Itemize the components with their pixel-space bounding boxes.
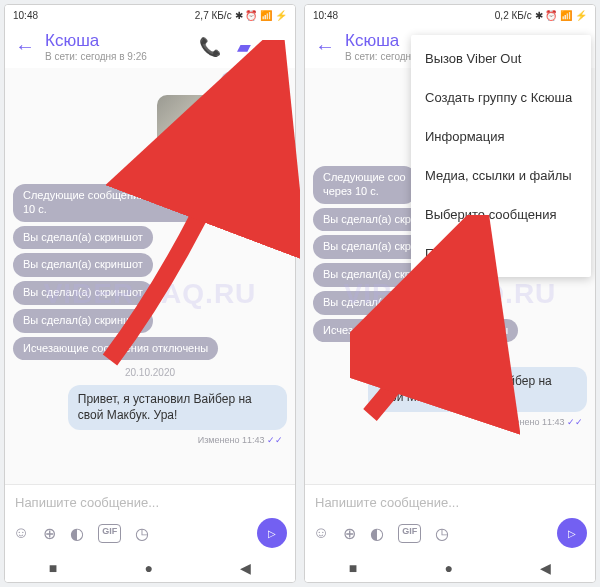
video-icon[interactable]: ▰ [237,36,251,58]
date-chip: 19.10.2020 [221,72,287,89]
status-icons: ✱ ⏰ 📶 ⚡ [235,10,287,21]
message-meta: Изменено 11:43 ✓✓ [498,417,583,427]
outgoing-message[interactable]: Привет, я установил Вайбер на свой Макбу… [368,367,587,412]
status-bar: 10:48 0,2 КБ/с ✱ ⏰ 📶 ⚡ [305,5,595,25]
sticker-icon[interactable]: ☺ [313,524,329,543]
status-bar: 10:48 2,7 КБ/с ✱ ⏰ 📶 ⚡ [5,5,295,25]
nav-back-icon[interactable]: ◀ [540,560,551,576]
call-icon[interactable]: 📞 [199,36,221,58]
system-bubble: Вы сделал(а) скриншот [13,281,153,305]
sticker-icon[interactable]: ☺ [13,524,29,543]
phone-left: 10:48 2,7 КБ/с ✱ ⏰ 📶 ⚡ ← Ксюша В сети: с… [4,4,296,583]
back-icon[interactable]: ← [315,35,335,58]
composer: Напишите сообщение... ☺ ⊕ ◐ GIF ◷ ▷ [5,484,295,554]
chat-title: Ксюша [45,31,199,51]
chat-body: 19.10.2020 10:14 Следующие сообщения исч… [5,68,295,484]
nav-recent-icon[interactable]: ■ [349,560,357,576]
nav-home-icon[interactable]: ● [144,560,152,576]
composer: Напишите сообщение... ☺ ⊕ ◐ GIF ◷ ▷ [305,484,595,554]
message-input[interactable]: Напишите сообщение... [313,491,587,514]
timer-icon[interactable]: ◷ [435,524,449,543]
back-icon[interactable]: ← [15,35,35,58]
menu-viber-out[interactable]: Вызов Viber Out [411,39,591,78]
status-icons: ✱ ⏰ 📶 ⚡ [535,10,587,21]
status-net: 0,2 КБ/с [495,10,532,21]
menu-create-group[interactable]: Создать группу с Ксюша [411,78,591,117]
status-net: 2,7 КБ/с [195,10,232,21]
options-menu: Вызов Viber Out Создать группу с Ксюша И… [411,35,591,277]
nav-home-icon[interactable]: ● [444,560,452,576]
read-ticks-icon: ✓✓ [267,435,283,445]
menu-select-messages[interactable]: Выберите сообщения [411,195,591,234]
status-time: 10:48 [13,10,38,21]
date-divider: 20.10.2020 [125,367,175,378]
system-bubble: Исчезающие сообщения отключены [313,319,518,343]
android-navbar: ■ ● ◀ [5,554,295,582]
gif-icon[interactable]: GIF [398,524,421,543]
outgoing-message[interactable]: Привет, я установил Вайбер на свой Макбу… [68,385,287,430]
system-bubble: Вы сделал(а) скриншот [13,253,153,277]
date-divider: 20.10.2020 [425,349,475,360]
menu-media[interactable]: Медиа, ссылки и файлы [411,156,591,195]
nav-recent-icon[interactable]: ■ [49,560,57,576]
android-navbar: ■ ● ◀ [305,554,595,582]
menu-info[interactable]: Информация [411,117,591,156]
image-time: 10:14 [258,166,281,176]
nav-back-icon[interactable]: ◀ [240,560,251,576]
chat-header: ← Ксюша В сети: сегодня в 9:26 📞 ▰ ⋮ [5,25,295,68]
message-input[interactable]: Напишите сообщение... [13,491,287,514]
system-bubble: Следующие соочерез 10 с. [313,166,416,204]
system-bubble: Исчезающие сообщения отключены [13,337,218,361]
chat-status: В сети: сегодня в 9:26 [45,51,199,62]
timer-icon[interactable]: ◷ [135,524,149,543]
gif-icon[interactable]: GIF [98,524,121,543]
image-message[interactable]: 10:14 [157,95,287,180]
phone-right: 10:48 0,2 КБ/с ✱ ⏰ 📶 ⚡ ← Ксюша В сети: с… [304,4,596,583]
camera-icon[interactable]: ◐ [70,524,84,543]
plus-icon[interactable]: ⊕ [43,524,56,543]
status-time: 10:48 [313,10,338,21]
read-ticks-icon: ✓✓ [567,417,583,427]
system-bubble: Следующие сообщения исчезнут через 10 с. [13,184,246,222]
message-meta: Изменено 11:43 ✓✓ [198,435,283,445]
more-icon[interactable]: ⋮ [267,36,285,58]
send-button[interactable]: ▷ [257,518,287,548]
menu-search[interactable]: Поиск [411,234,591,273]
system-bubble: Вы сделал(а) скриншот [13,309,153,333]
plus-icon[interactable]: ⊕ [343,524,356,543]
send-button[interactable]: ▷ [557,518,587,548]
system-bubble: Вы сделал(а) скриншот [313,291,453,315]
camera-icon[interactable]: ◐ [370,524,384,543]
system-bubble: Вы сделал(а) скриншот [13,226,153,250]
